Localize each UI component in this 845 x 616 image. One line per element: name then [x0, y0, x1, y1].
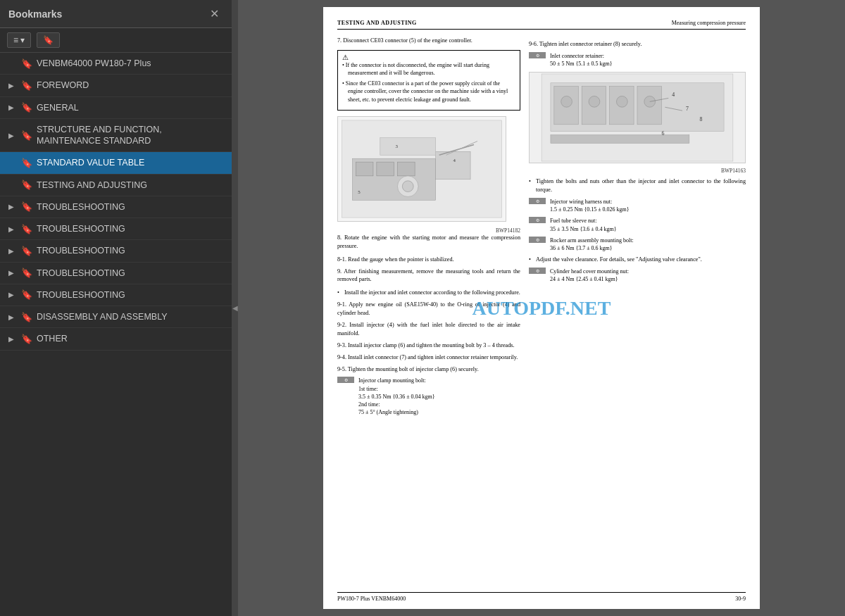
spec-wiring-text: Injector wiring harness nut:1.5 ± 0.25 N…: [550, 198, 630, 213]
sidebar-item-venbm64000[interactable]: 🔖VENBM64000 PW180-7 Plus: [0, 53, 232, 75]
pdf-header: TESTING AND ADJUSTING Measuring compress…: [337, 20, 746, 30]
sidebar-close-button[interactable]: ✕: [206, 6, 223, 22]
sidebar-item-standard-value[interactable]: 🔖STANDARD VALUE TABLE: [0, 152, 232, 174]
view-options-button[interactable]: ≡ ▾: [7, 32, 31, 48]
spec-inlet-icon: ⚙: [529, 52, 546, 58]
sidebar-item-troubleshooting3[interactable]: ▶🔖TROUBLESHOOTING: [0, 240, 232, 262]
image-left-caption: BWP14182: [337, 227, 520, 234]
spec-inlet-text: Inlet connector retainer:50 ± 5 Nm {5.1 …: [550, 52, 613, 68]
image-right-caption: BWP14163: [529, 168, 746, 174]
sidebar-item-testing[interactable]: 🔖TESTING AND ADJUSTING: [0, 175, 232, 196]
arrow-icon: ▶: [8, 313, 17, 321]
step-9-1: 9-1. Apply new engine oil (SAE15W-40) to…: [337, 301, 520, 318]
sidebar-item-general[interactable]: ▶🔖GENERAL: [0, 97, 232, 119]
sidebar-item-troubleshooting2[interactable]: ▶🔖TROUBLESHOOTING: [0, 218, 232, 240]
spec-icon: ⚙: [337, 377, 354, 383]
bookmark-icon: 🔖: [21, 158, 32, 168]
main-content: TESTING AND ADJUSTING Measuring compress…: [238, 0, 845, 616]
arrow-icon: ▶: [8, 291, 17, 298]
step-9-bullet: Install the injector and inlet connector…: [337, 289, 520, 297]
sidebar-item-label: TESTING AND ADJUSTING: [37, 180, 147, 191]
svg-rect-5: [397, 162, 415, 176]
sidebar-toolbar: ≡ ▾ 🔖: [0, 28, 232, 53]
sidebar-item-troubleshooting5[interactable]: ▶🔖TROUBLESHOOTING: [0, 284, 232, 306]
sidebar-title: Bookmarks: [8, 8, 62, 20]
spec-cylinder-head: ⚙ Cylinder head cover mounting nut:24 ± …: [529, 268, 746, 283]
spec-rocker-text: Rocker arm assembly mounting bolt:36 ± 6…: [550, 237, 634, 252]
sidebar-header: Bookmarks ✕: [0, 0, 232, 28]
svg-text:7: 7: [686, 106, 689, 112]
pdf-body: 7. Disconnect CE03 connector (5) of the …: [337, 37, 746, 420]
spec-injector-wiring: ⚙ Injector wiring harness nut:1.5 ± 0.25…: [529, 198, 746, 213]
bookmark-icon-button[interactable]: 🔖: [37, 32, 60, 48]
bookmark-icon: 🔖: [21, 201, 32, 212]
svg-point-21: [589, 96, 600, 108]
svg-text:4: 4: [672, 92, 675, 99]
spec-fuel-text: Fuel tube sleeve nut:35 ± 3.5 Nm {3.6 ± …: [550, 217, 617, 232]
sidebar-item-disassembly[interactable]: ▶🔖DISASSEMBLY AND ASSEMBLY: [0, 306, 232, 328]
warning-item-1: If the connector is not disconnected, th…: [342, 61, 515, 77]
step-9-2: 9-2. Install injector (4) with the fuel …: [337, 321, 520, 338]
arrow-icon: ▶: [8, 82, 17, 89]
warning-item-2: Since the CE03 connector is a part of th…: [342, 80, 515, 103]
footer-right: 30-9: [735, 596, 746, 602]
resize-handle[interactable]: ◀: [232, 0, 238, 616]
spec-rocker-icon: ⚙: [529, 237, 546, 243]
bookmark-icon: 🔖: [21, 334, 32, 344]
bookmark-icon: 🔖: [21, 80, 32, 91]
pdf-left-column: 7. Disconnect CE03 connector (5) of the …: [337, 37, 520, 420]
sidebar-item-foreword[interactable]: ▶🔖FOREWORD: [0, 75, 232, 96]
bullet-adjust-valve: Adjust the valve clearance. For details,…: [529, 256, 746, 264]
sidebar-item-label: TROUBLESHOOTING: [37, 245, 125, 256]
pdf-header-left: TESTING AND ADJUSTING: [337, 20, 417, 26]
svg-point-7: [402, 181, 413, 192]
pdf-right-column: 9-6. Tighten inlet connector retainer (8…: [529, 37, 746, 420]
spec-fuel-tube: ⚙ Fuel tube sleeve nut:35 ± 3.5 Nm {3.6 …: [529, 217, 746, 232]
bookmark-icon: 🔖: [43, 35, 54, 45]
step-9-6: 9-6. Tighten inlet connector retainer (8…: [529, 40, 746, 49]
bookmark-icon: 🔖: [21, 246, 32, 256]
resize-icon: ◀: [232, 304, 238, 312]
bookmark-icon: 🔖: [21, 102, 32, 113]
bookmark-icon: 🔖: [21, 58, 32, 69]
engine-image-left: 5 4 3: [337, 116, 506, 222]
svg-text:3: 3: [396, 144, 399, 149]
sidebar: Bookmarks ✕ ≡ ▾ 🔖 🔖VENBM64000 PW180-7 Pl…: [0, 0, 232, 616]
spec-injector-clamp: ⚙ Injector clamp mounting bolt:1st time:…: [337, 377, 520, 416]
sidebar-item-structure[interactable]: ▶🔖STRUCTURE AND FUNCTION, MAINTENANCE ST…: [0, 119, 232, 153]
spec-cylinder-text: Cylinder head cover mounting nut:24 ± 4 …: [550, 268, 629, 283]
svg-text:5: 5: [358, 189, 361, 194]
bookmark-icon: 🔖: [21, 224, 32, 234]
step-8: 8. Rotate the engine with the starting m…: [337, 234, 520, 251]
pdf-page: TESTING AND ADJUSTING Measuring compress…: [323, 7, 760, 609]
warning-list: If the connector is not disconnected, th…: [342, 61, 515, 103]
footer-left: PW180-7 Plus VENBM64000: [337, 596, 406, 602]
sidebar-items-list: 🔖VENBM64000 PW180-7 Plus▶🔖FOREWORD▶🔖GENE…: [0, 53, 232, 616]
bookmark-icon: 🔖: [21, 130, 32, 141]
svg-rect-4: [377, 162, 394, 176]
arrow-icon: ▶: [8, 247, 17, 255]
sidebar-item-other[interactable]: ▶🔖OTHER: [0, 328, 232, 350]
svg-point-23: [644, 96, 656, 108]
sidebar-item-label: GENERAL: [37, 102, 79, 113]
arrow-icon: ▶: [8, 269, 17, 277]
spec-injector-clamp-text: Injector clamp mounting bolt:1st time:3.…: [358, 377, 435, 416]
sidebar-item-label: TROUBLESHOOTING: [37, 223, 125, 234]
svg-text:4: 4: [453, 158, 456, 163]
sidebar-item-label: STANDARD VALUE TABLE: [37, 157, 144, 168]
step-7: 7. Disconnect CE03 connector (5) of the …: [337, 37, 520, 45]
svg-rect-24: [551, 135, 689, 144]
sidebar-item-label: TROUBLESHOOTING: [37, 289, 125, 301]
sidebar-item-troubleshooting1[interactable]: ▶🔖TROUBLESHOOTING: [0, 196, 232, 218]
bullet-tighten: Tighten the bolts and nuts other than th…: [529, 177, 746, 194]
step-9: 9. After finishing measurement, remove t…: [337, 268, 520, 284]
engine-image-right: 4 7 8 6: [529, 72, 746, 163]
sidebar-item-label: TROUBLESHOOTING: [37, 268, 125, 279]
pdf-footer: PW180-7 Plus VENBM64000 30-9: [337, 592, 746, 602]
spec-fuel-icon: ⚙: [529, 217, 546, 223]
warning-header: ⚠: [342, 54, 515, 61]
sidebar-item-troubleshooting4[interactable]: ▶🔖TROUBLESHOOTING: [0, 263, 232, 284]
warning-box: ⚠ If the connector is not disconnected, …: [337, 50, 520, 111]
arrow-icon: ▶: [8, 203, 17, 210]
spec-rocker-arm: ⚙ Rocker arm assembly mounting bolt:36 ±…: [529, 237, 746, 252]
